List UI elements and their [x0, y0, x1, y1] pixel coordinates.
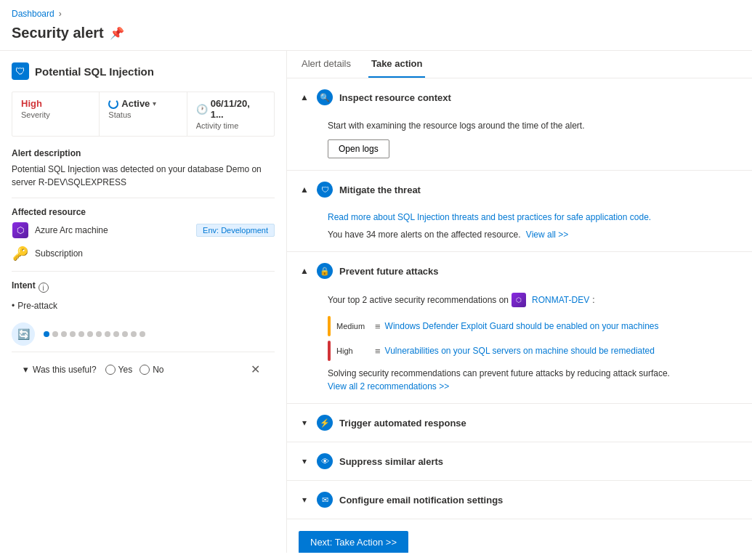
- trigger-icon: ⚡: [316, 414, 333, 431]
- suppress-section: ▾ 👁 Suppress similar alerts: [287, 442, 752, 481]
- suppress-title: Suppress similar alerts: [339, 456, 443, 467]
- yes-radio[interactable]: [105, 365, 116, 375]
- trigger-header[interactable]: ▾ ⚡ Trigger automated response: [287, 404, 752, 442]
- rec-link-medium[interactable]: Windows Defender Exploit Guard should be…: [385, 321, 659, 331]
- recommendations-list: Medium ≡ Windows Defender Exploit Guard …: [328, 316, 735, 361]
- azure-arc-icon: ⬡: [12, 222, 28, 238]
- tab-take-action[interactable]: Take action: [368, 51, 426, 78]
- divider-2: [12, 271, 275, 272]
- dot-10: [122, 331, 128, 337]
- view-all-recs-link[interactable]: View all 2 recommendations >>: [328, 381, 735, 391]
- intent-label: Intent: [12, 280, 36, 291]
- email-title: Configure email notification settings: [339, 495, 503, 506]
- mitigate-chevron-icon: ▲: [299, 184, 310, 195]
- yes-option[interactable]: Yes: [105, 365, 133, 375]
- dot-9: [113, 331, 119, 337]
- status-value: Active: [121, 98, 150, 109]
- intent-info-icon[interactable]: i: [39, 283, 49, 293]
- trigger-section: ▾ ⚡ Trigger automated response: [287, 404, 752, 442]
- prevent-body: Your top 2 active security recommendatio…: [287, 290, 752, 403]
- suppress-header[interactable]: ▾ 👁 Suppress similar alerts: [287, 442, 752, 480]
- status-row: Active ▾: [108, 98, 177, 109]
- rec-severity-high: High: [336, 346, 369, 355]
- pin-icon[interactable]: 📌: [110, 26, 124, 40]
- dot-5: [78, 331, 84, 337]
- severity-value: High: [21, 98, 90, 109]
- dot-11: [131, 331, 137, 337]
- close-useful-button[interactable]: ✕: [248, 360, 263, 379]
- mitigate-title: Mitigate the threat: [339, 184, 421, 195]
- right-panel: Alert details Take action ▲ 🔍 Inspect re…: [287, 51, 752, 553]
- email-section: ▾ ✉ Configure email notification setting…: [287, 481, 752, 519]
- mitigate-icon: 🛡: [316, 181, 333, 198]
- dot-3: [61, 331, 67, 337]
- suppress-icon: 👁: [316, 453, 333, 470]
- rec-item-medium: Medium ≡ Windows Defender Exploit Guard …: [328, 316, 735, 336]
- breadcrumb-separator: ›: [59, 9, 62, 19]
- useful-chevron-icon[interactable]: ▾: [23, 364, 28, 375]
- main-layout: 🛡 Potential SQL Injection High Severity …: [0, 51, 752, 553]
- mitigate-section: ▲ 🛡 Mitigate the threat Read more about …: [287, 171, 752, 252]
- page-header: Security alert 📌: [0, 22, 752, 51]
- rec-item-high: High ≡ Vulnerabilities on your SQL serve…: [328, 341, 735, 361]
- breadcrumb-dashboard[interactable]: Dashboard: [12, 9, 54, 19]
- shield-icon: 🛡: [12, 62, 29, 80]
- page-title: Security alert: [12, 25, 104, 41]
- alert-title-row: 🛡 Potential SQL Injection: [12, 62, 275, 80]
- alert-name: Potential SQL Injection: [35, 65, 154, 78]
- timeline: 🔄: [12, 317, 275, 352]
- inspect-icon: 🔍: [316, 89, 333, 106]
- badges-row: High Severity Active ▾ Status 🕐 06/11/20…: [12, 92, 275, 137]
- inspect-description: Start with examining the resource logs a…: [328, 119, 735, 132]
- tab-alert-details[interactable]: Alert details: [299, 51, 354, 78]
- activity-time-value: 06/11/20, 1...: [211, 98, 265, 120]
- key-icon: 🔑: [12, 245, 28, 261]
- mitigate-body: Read more about SQL Injection threats an…: [287, 208, 752, 251]
- email-header[interactable]: ▾ ✉ Configure email notification setting…: [287, 481, 752, 519]
- no-option[interactable]: No: [140, 365, 163, 375]
- divider-1: [12, 198, 275, 198]
- intent-label-row: Intent i: [12, 280, 275, 295]
- open-logs-button[interactable]: Open logs: [328, 139, 389, 158]
- resource-machine-row: ⬡ Azure Arc machine Env: Development: [12, 222, 275, 239]
- timeline-icon: 🔄: [12, 322, 35, 346]
- useful-label: Was this useful?: [33, 365, 97, 375]
- dot-8: [105, 331, 110, 337]
- prevent-header[interactable]: ▲ 🔒 Prevent future attacks: [287, 252, 752, 290]
- trigger-chevron-icon: ▾: [299, 417, 310, 429]
- timeline-dots: [44, 331, 145, 337]
- intent-value: •Pre-attack: [12, 301, 275, 311]
- severity-label: Severity: [21, 110, 90, 119]
- prevent-section: ▲ 🔒 Prevent future attacks Your top 2 ac…: [287, 252, 752, 404]
- dot-6: [87, 331, 93, 337]
- tabs-bar: Alert details Take action: [287, 51, 752, 78]
- top-recs-text: Your top 2 active security recommendatio…: [328, 293, 735, 307]
- rec-list-icon-high: ≡: [375, 346, 381, 357]
- rec-link-high[interactable]: Vulnerabilities on your SQL servers on m…: [385, 346, 655, 356]
- alert-description-label: Alert description: [12, 148, 275, 158]
- machine-name: Azure Arc machine: [35, 225, 196, 235]
- status-spinner-icon: [108, 99, 118, 109]
- inspect-body: Start with examining the resource logs a…: [287, 116, 752, 170]
- view-all-alerts-link[interactable]: View all >>: [526, 230, 568, 240]
- solving-text: Solving security recommendations can pre…: [328, 368, 735, 378]
- ronmat-icon: ⬡: [512, 293, 526, 307]
- inspect-section: ▲ 🔍 Inspect resource context Start with …: [287, 78, 752, 171]
- severity-bar-medium: [328, 316, 331, 336]
- prevent-chevron-icon: ▲: [299, 265, 310, 277]
- no-radio[interactable]: [140, 365, 150, 375]
- mitigate-link[interactable]: Read more about SQL Injection threats an…: [328, 212, 651, 222]
- clock-icon: 🕐: [196, 104, 208, 115]
- subscription-name: Subscription: [35, 248, 275, 259]
- useful-bar: ▾ Was this useful? Yes No ✕: [12, 352, 275, 386]
- mitigate-header[interactable]: ▲ 🛡 Mitigate the threat: [287, 171, 752, 208]
- suppress-chevron-icon: ▾: [299, 455, 310, 467]
- inspect-header[interactable]: ▲ 🔍 Inspect resource context: [287, 78, 752, 116]
- trigger-title: Trigger automated response: [339, 418, 466, 429]
- severity-badge: High Severity: [12, 92, 100, 136]
- status-chevron-icon[interactable]: ▾: [153, 100, 156, 107]
- next-action-button[interactable]: Next: Take Action >>: [299, 531, 408, 553]
- env-badge: Env: Development: [196, 224, 275, 237]
- ronmat-link[interactable]: RONMAT-DEV: [532, 295, 589, 305]
- dot-4: [70, 331, 76, 337]
